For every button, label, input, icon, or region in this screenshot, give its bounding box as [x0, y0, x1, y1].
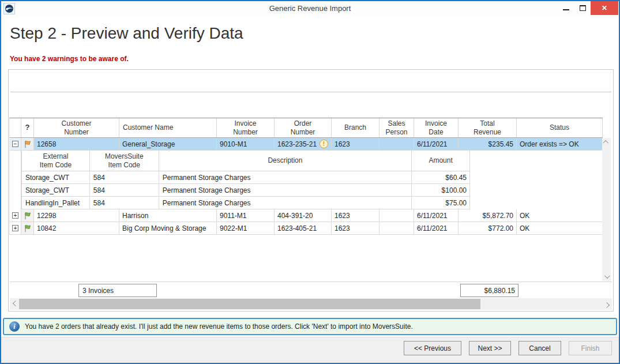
- scroll-down-icon[interactable]: [602, 272, 611, 281]
- page-title: Step 2 - Preview and Verify Data: [10, 24, 243, 43]
- divider: [10, 282, 612, 282]
- scroll-up-icon[interactable]: [602, 138, 611, 147]
- invoice-date-cell: 6/11/2021: [414, 222, 459, 234]
- amount-cell: $100.00: [412, 184, 470, 196]
- description-cell: Permanent Storage Charges: [159, 197, 412, 209]
- row-expand-cell: +: [10, 222, 21, 234]
- customer-number-cell: 12298: [34, 209, 119, 222]
- customer-name-header: Customer Name: [119, 118, 217, 137]
- title-bar: Generic Revenue Import ✕: [1, 1, 619, 16]
- expander-column-header: [10, 118, 21, 137]
- table-row[interactable]: + 10842 Big Corp Moving & Storage 9022-M…: [9, 222, 603, 235]
- grid-header-row: ? Customer Number Customer Name Invoice …: [9, 118, 603, 138]
- scrollbar-thumb[interactable]: [19, 299, 480, 309]
- app-icon: [3, 3, 15, 14]
- orange-flag-icon: [21, 138, 34, 150]
- order-number-cell: 1623-235-21 !: [275, 138, 332, 150]
- scroll-left-icon[interactable]: [10, 298, 19, 310]
- total-revenue-cell: $235.45: [459, 138, 517, 150]
- invoice-date-cell: 6/11/2021: [414, 138, 459, 150]
- maximize-button[interactable]: [574, 1, 591, 15]
- customer-name-cell: Big Corp Moving & Storage: [119, 222, 217, 234]
- button-strip: << Previous Next >> Cancel Finish: [1, 337, 619, 363]
- branch-header: Branch: [332, 118, 379, 137]
- table-row[interactable]: − 12658 General_Storage 9010-M1 1623-235…: [9, 138, 603, 151]
- green-flag-icon: [21, 209, 34, 222]
- revenue-total-box: $6,880.15: [460, 284, 518, 297]
- info-icon: i: [9, 321, 20, 332]
- window-title: Generic Revenue Import: [1, 1, 619, 16]
- green-flag-icon: [21, 222, 34, 234]
- order-number-cell: 1623-405-21: [275, 222, 332, 234]
- collapse-expander[interactable]: −: [12, 141, 18, 147]
- minimize-icon: [563, 9, 569, 10]
- sales-person-cell: [379, 222, 414, 234]
- close-button[interactable]: ✕: [591, 1, 618, 15]
- description-cell: Permanent Storage Charges: [159, 184, 412, 196]
- description-cell: Permanent Storage Charges: [159, 171, 412, 183]
- row-collapse-cell: −: [10, 138, 21, 150]
- detail-row[interactable]: HandlingIn_Pallet 584 Permanent Storage …: [22, 197, 470, 209]
- order-number-cell: 404-391-20: [275, 209, 332, 222]
- app-logo-icon: [5, 4, 14, 13]
- detail-header-row: External Item Code MoversSuite Item Code…: [22, 151, 470, 171]
- status-header: Status: [517, 118, 603, 137]
- divider: [10, 92, 611, 92]
- order-number-value: 1623-235-21: [277, 140, 317, 148]
- moverssuite-item-code-cell: 584: [90, 184, 159, 196]
- detail-grid: External Item Code MoversSuite Item Code…: [9, 151, 603, 209]
- moverssuite-item-code-cell: 584: [90, 197, 159, 209]
- customer-name-cell: General_Storage: [119, 138, 217, 150]
- branch-cell: 1623: [332, 209, 379, 222]
- info-message: You have 2 orders that already exist. I'…: [25, 322, 413, 331]
- invoice-date-cell: 6/11/2021: [414, 209, 459, 222]
- sales-person-cell: [379, 209, 414, 222]
- amount-cell: $75.00: [412, 197, 470, 209]
- description-header: Description: [159, 151, 412, 171]
- order-number-header: Order Number: [275, 118, 332, 137]
- help-column-header: ?: [21, 118, 34, 137]
- warning-message: You have 2 warnings to be aware of.: [10, 55, 129, 63]
- info-bar: i You have 2 orders that already exist. …: [3, 318, 617, 335]
- invoice-count-box: 3 Invoices: [78, 284, 157, 297]
- finish-button[interactable]: Finish: [569, 341, 612, 355]
- invoice-number-cell: 9022-M1: [217, 222, 275, 234]
- cancel-button[interactable]: Cancel: [518, 341, 561, 355]
- minimize-button[interactable]: [557, 1, 574, 15]
- customer-name-cell: Harrison: [119, 209, 217, 222]
- status-cell: OK: [517, 222, 603, 234]
- customer-number-cell: 10842: [34, 222, 119, 234]
- horizontal-scrollbar[interactable]: [10, 298, 612, 310]
- external-item-code-header: External Item Code: [22, 151, 90, 171]
- invoice-number-cell: 9010-M1: [217, 138, 275, 150]
- table-row[interactable]: + 12298 Harrison 9011-M1 404-391-20 1623…: [9, 209, 603, 222]
- scroll-right-icon[interactable]: [603, 298, 612, 310]
- vertical-scrollbar[interactable]: [602, 138, 611, 281]
- previous-button[interactable]: << Previous: [404, 341, 461, 355]
- external-item-code-cell: Storage_CWT: [22, 184, 90, 196]
- maximize-icon: [580, 5, 586, 11]
- preview-panel: ? Customer Number Customer Name Invoice …: [8, 69, 614, 312]
- status-cell: Order exists => OK: [517, 138, 603, 150]
- invoice-date-header: Invoice Date: [414, 118, 459, 137]
- invoice-number-cell: 9011-M1: [217, 209, 275, 222]
- expand-expander[interactable]: +: [12, 225, 18, 231]
- total-revenue-header: Total Revenue: [459, 118, 517, 137]
- expand-expander[interactable]: +: [12, 212, 18, 219]
- total-revenue-cell: $772.00: [459, 222, 517, 234]
- detail-row[interactable]: Storage_CWT 584 Permanent Storage Charge…: [22, 184, 470, 197]
- external-item-code-cell: Storage_CWT: [22, 171, 90, 183]
- next-button[interactable]: Next >>: [469, 341, 511, 355]
- order-warning-icon[interactable]: !: [320, 140, 328, 148]
- invoice-grid: ? Customer Number Customer Name Invoice …: [9, 118, 603, 235]
- external-item-code-cell: HandlingIn_Pallet: [22, 197, 90, 209]
- close-icon: ✕: [602, 4, 607, 12]
- detail-row[interactable]: Storage_CWT 584 Permanent Storage Charge…: [22, 171, 470, 184]
- status-cell: OK: [517, 209, 603, 222]
- invoice-number-header: Invoice Number: [217, 118, 275, 137]
- moverssuite-item-code-header: MoversSuite Item Code: [90, 151, 159, 171]
- sales-person-cell: [379, 138, 414, 150]
- generic-revenue-import-window: Generic Revenue Import ✕ Step 2 - Previe…: [0, 0, 620, 364]
- branch-cell: 1623: [332, 138, 379, 150]
- amount-header: Amount: [412, 151, 470, 171]
